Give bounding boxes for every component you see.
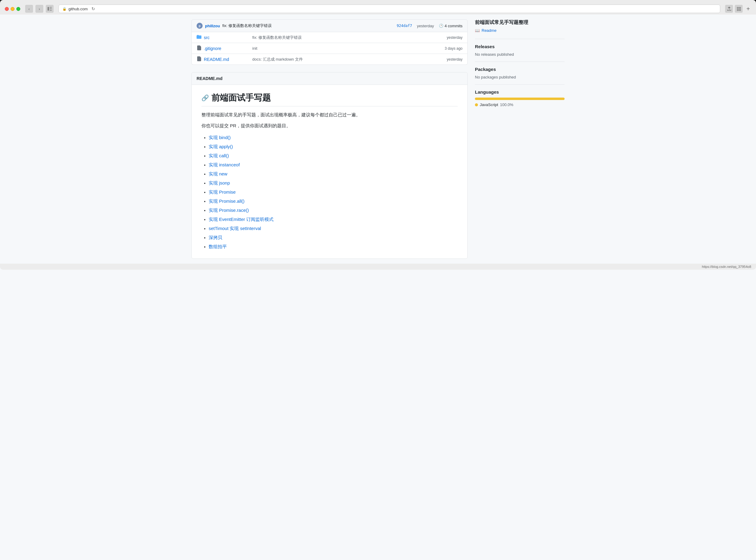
- browser-chrome: ‹ › 🔒 github.com ↻ +: [0, 0, 756, 15]
- fullscreen-icon: [737, 7, 741, 11]
- file-commit-msg: init: [252, 46, 445, 51]
- svg-rect-0: [47, 7, 49, 11]
- list-link[interactable]: 实现 apply(): [209, 144, 233, 149]
- table-row: .gitignore init 3 days ago: [192, 43, 467, 54]
- language-bar-fill: [475, 98, 565, 100]
- list-link[interactable]: 实现 Promise: [209, 189, 236, 195]
- svg-rect-7: [739, 9, 740, 11]
- packages-section: Packages No packages published: [475, 62, 565, 84]
- browser-actions: [725, 5, 743, 13]
- list-item: 实现 Promise.race(): [209, 206, 458, 215]
- commit-time: yesterday: [417, 24, 434, 28]
- language-name: JavaScript: [480, 102, 498, 107]
- folder-icon: [197, 35, 201, 40]
- list-link[interactable]: 数组拍平: [209, 244, 227, 249]
- share-button[interactable]: [725, 5, 733, 13]
- packages-title: Packages: [475, 67, 565, 72]
- svg-rect-1: [50, 7, 52, 7]
- svg-rect-4: [737, 7, 738, 8]
- sidebar-toggle-button[interactable]: [46, 5, 54, 13]
- clock-icon: 🕐: [439, 24, 444, 28]
- file-commit-msg: fix: 修复函数名称关键字错误: [252, 35, 447, 40]
- readme-link[interactable]: 📖 Readme: [475, 28, 565, 33]
- list-item: 数组拍平: [209, 242, 458, 251]
- file-name[interactable]: README.md: [204, 57, 252, 62]
- reload-button[interactable]: ↻: [90, 6, 97, 12]
- main-content: p phillzou fix: 修复函数名称关键字错误 924daf7 yest…: [184, 15, 572, 264]
- list-item: 实现 apply(): [209, 142, 458, 151]
- readme-para-1: 整理前端面试常见的手写题，面试出现概率极高，建议每个都过自己已过一遍。: [201, 111, 458, 119]
- sidebar-repo-title: 前端面试常见手写题整理: [475, 19, 565, 26]
- list-item: 实现 EventEmitter 订阅监听模式: [209, 215, 458, 224]
- traffic-lights: [5, 7, 20, 11]
- releases-title: Releases: [475, 44, 565, 49]
- commit-bar: p phillzou fix: 修复函数名称关键字错误 924daf7 yest…: [191, 19, 468, 32]
- list-link[interactable]: 实现 Promise.race(): [209, 207, 249, 213]
- sidebar-icon: [47, 7, 52, 11]
- left-column: p phillzou fix: 修复函数名称关键字错误 924daf7 yest…: [191, 19, 468, 259]
- list-link[interactable]: 实现 jsonp: [209, 180, 230, 185]
- list-link[interactable]: 实现 new: [209, 171, 227, 176]
- language-dot: [475, 103, 478, 106]
- readme-para-2: 你也可以提交 PR，提供你面试遇到的题目。: [201, 122, 458, 129]
- releases-section: Releases No releases published: [475, 39, 565, 62]
- language-item: JavaScript 100.0%: [475, 102, 565, 107]
- commit-author: p phillzou fix: 修复函数名称关键字错误: [197, 23, 272, 29]
- table-row: README.md docs: 汇总成 markdown 文件 yesterda…: [192, 54, 467, 64]
- status-url: https://blog.csdn.net/qq_37954o8: [702, 265, 751, 268]
- new-tab-button[interactable]: +: [745, 5, 751, 13]
- url-text: github.com: [68, 7, 88, 11]
- author-name[interactable]: phillzou: [205, 24, 220, 28]
- forward-button[interactable]: ›: [36, 5, 43, 13]
- file-time: yesterday: [447, 57, 463, 61]
- lock-icon: 🔒: [62, 7, 67, 11]
- list-item: 实现 instanceof: [209, 160, 458, 169]
- page-wrapper: p phillzou fix: 修复函数名称关键字错误 924daf7 yest…: [0, 15, 756, 560]
- commit-message: fix: 修复函数名称关键字错误: [222, 23, 272, 28]
- readme-title: 🔗 前端面试手写题: [201, 92, 458, 106]
- list-item: 实现 jsonp: [209, 179, 458, 187]
- avatar: p: [197, 23, 203, 29]
- fullscreen-button[interactable]: [735, 5, 743, 13]
- list-link[interactable]: 实现 bind(): [209, 135, 231, 140]
- list-link[interactable]: 实现 Promise.all(): [209, 199, 244, 204]
- list-item: 实现 bind(): [209, 133, 458, 142]
- right-sidebar: 前端面试常见手写题整理 📖 Readme Releases No release…: [475, 19, 565, 259]
- list-item: 实现 new: [209, 169, 458, 179]
- close-button[interactable]: [5, 7, 9, 11]
- commit-meta: 924daf7 yesterday 🕐 4 commits: [397, 24, 463, 28]
- minimize-button[interactable]: [11, 7, 15, 11]
- releases-empty: No releases published: [475, 52, 565, 57]
- book-icon: 📖: [475, 28, 480, 33]
- svg-rect-3: [50, 10, 52, 11]
- list-link[interactable]: 实现 EventEmitter 订阅监听模式: [209, 217, 273, 222]
- sidebar-repo-section: 前端面试常见手写题整理 📖 Readme: [475, 19, 565, 39]
- readme-body: 🔗 前端面试手写题 整理前端面试常见的手写题，面试出现概率极高，建议每个都过自己…: [192, 85, 467, 259]
- table-row: src fix: 修复函数名称关键字错误 yesterday: [192, 32, 467, 43]
- commits-count: 4 commits: [445, 24, 463, 28]
- file-name[interactable]: .gitignore: [204, 46, 252, 51]
- svg-rect-2: [50, 8, 52, 9]
- commits-link[interactable]: 🕐 4 commits: [439, 24, 463, 28]
- languages-title: Languages: [475, 89, 565, 95]
- list-item: 实现 call(): [209, 151, 458, 160]
- list-link[interactable]: 深拷贝: [209, 235, 222, 240]
- back-button[interactable]: ‹: [25, 5, 33, 13]
- list-link[interactable]: 实现 instanceof: [209, 162, 240, 167]
- list-item: 深拷贝: [209, 233, 458, 242]
- packages-empty: No packages published: [475, 75, 565, 79]
- language-bar: [475, 98, 565, 100]
- readme-box: README.md 🔗 前端面试手写题 整理前端面试常见的手写题，面试出现概率极…: [191, 72, 468, 259]
- list-link[interactable]: 实现 call(): [209, 153, 229, 158]
- commit-hash[interactable]: 924daf7: [397, 24, 412, 28]
- address-bar[interactable]: 🔒 github.com ↻: [59, 4, 720, 13]
- maximize-button[interactable]: [16, 7, 20, 11]
- languages-section: Languages JavaScript 100.0%: [475, 84, 565, 112]
- list-item: setTimout 实现 setInterval: [209, 224, 458, 233]
- readme-heading: 前端面试手写题: [211, 92, 271, 104]
- file-name[interactable]: src: [204, 35, 252, 40]
- list-item: 实现 Promise.all(): [209, 197, 458, 206]
- file-time: yesterday: [447, 36, 463, 40]
- anchor-icon[interactable]: 🔗: [201, 94, 209, 101]
- list-link[interactable]: setTimout 实现 setInterval: [209, 226, 261, 231]
